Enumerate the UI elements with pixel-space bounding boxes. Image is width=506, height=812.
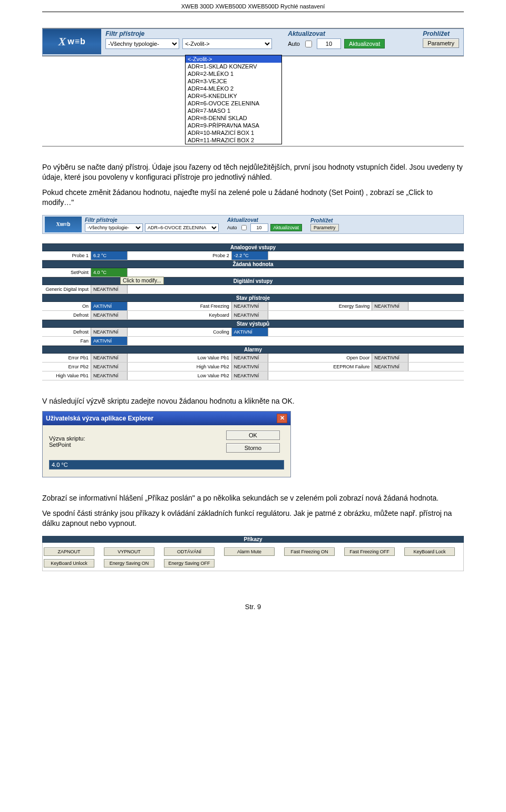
filter-toolbar: X w≡b Filtr přístroje -Všechny typologie… xyxy=(42,28,464,56)
prompt-label-2: SetPoint xyxy=(49,442,221,448)
screenshot-toolbar-dropdown: X w≡b Filtr přístroje -Všechny typologie… xyxy=(42,28,464,146)
close-icon[interactable]: ✕ xyxy=(277,414,287,423)
dropdown-selected-item[interactable]: <-Zvolit-> xyxy=(186,55,281,63)
typology-select[interactable]: -Všechny typologie- xyxy=(85,223,143,232)
alarm-row: High Value Pb1NEAKTIVNÍ Low Value Pb2NEA… xyxy=(42,371,464,380)
screenshot-commands: Příkazy ZAPNOUT VYPNOUT ODTÁVÁNÍ Alarm M… xyxy=(42,536,464,571)
parameters-button[interactable]: Parametry xyxy=(310,224,339,231)
header-underline xyxy=(42,12,464,12)
section-header-setpoint: Žádaná hodnota xyxy=(42,260,464,268)
update-button[interactable]: Aktualizovat xyxy=(270,224,303,231)
interval-input[interactable] xyxy=(250,223,268,232)
auto-checkbox[interactable] xyxy=(305,41,312,47)
screenshot-device-detail: Xw≡b Filtr přístroje -Všechny typologie-… xyxy=(42,215,464,380)
device-select[interactable]: <-Zvolit-> xyxy=(182,38,272,49)
status-row: OnAKTIVNÍ Fast FreezingNEAKTIVNÍ Energy … xyxy=(42,302,464,311)
analog-row: Probe 16.2 °C Probe 2-2.2 °C xyxy=(42,251,464,260)
setpoint-row: SetPoint4.0 °C xyxy=(42,268,464,277)
filter-label: Filtr přístroje xyxy=(105,30,279,37)
paragraph: Zobrazí se informativní hlášení „Příkaz … xyxy=(42,493,464,503)
dropdown-option[interactable]: ADR=11-MRAZICÍ BOX 2 xyxy=(186,136,281,144)
filter-group: Filtr přístroje -Všechny typologie- <-Zv… xyxy=(101,29,284,49)
view-label: Prohlížet xyxy=(423,30,459,37)
view-label: Prohlížet xyxy=(310,218,339,223)
dropdown-option[interactable]: ADR=10-MRAZICÍ BOX 1 xyxy=(186,129,281,136)
page-header: XWEB 300D XWEB500D XWEB500D Rychlé nasta… xyxy=(0,0,506,12)
dropdown-option[interactable]: ADR=5-KNEDLIKY xyxy=(186,92,281,100)
dropdown-option[interactable]: ADR=9-PŘÍPRAVNA MASA xyxy=(186,122,281,129)
probe2-value: -2.2 °C xyxy=(231,251,268,260)
explorer-prompt-dialog: Uživatelská výzva aplikace Explorer ✕ Vý… xyxy=(42,411,291,477)
commands-row-1: ZAPNOUT VYPNOUT ODTÁVÁNÍ Alarm Mute Fast… xyxy=(44,546,462,557)
cmd-keyboard-unlock[interactable]: KeyBoard Unlock xyxy=(44,559,94,568)
probe1-label: Probe 1 xyxy=(42,251,91,260)
cmd-keyboard-lock[interactable]: KeyBoard Lock xyxy=(404,547,455,556)
outputs-row: DefrostNEAKTIVNÍ CoolingAKTIVNÍ xyxy=(42,328,464,337)
filter-label: Filtr přístroje xyxy=(85,217,219,223)
section-header-analog: Analogové vstupy xyxy=(42,243,464,251)
alarm-row: Error Pb2NEAKTIVNÍ High Value Pb2NEAKTIV… xyxy=(42,363,464,371)
divider xyxy=(42,146,464,146)
xweb-logo: Xw≡b xyxy=(45,217,82,232)
auto-checkbox[interactable] xyxy=(241,225,247,230)
cmd-fast-freezing-on[interactable]: Fast Freezing ON xyxy=(284,547,335,556)
dropdown-option[interactable]: ADR=1-SKLAD KONZERV xyxy=(186,63,281,70)
interval-input[interactable] xyxy=(317,38,341,49)
dropdown-option[interactable]: ADR=3-VEJCE xyxy=(186,77,281,85)
update-group: Aktualizovat Auto Aktualizovat xyxy=(284,29,419,49)
section-header-digital: Digitální vstupy xyxy=(42,277,464,285)
cmd-alarm-mute[interactable]: Alarm Mute xyxy=(224,547,275,556)
mini-toolbar: Xw≡b Filtr přístroje -Všechny typologie-… xyxy=(42,215,464,234)
cmd-energy-saving-off[interactable]: Energy Saving OFF xyxy=(164,559,215,568)
logo-text: w≡b xyxy=(67,37,86,46)
dialog-titlebar: Uživatelská výzva aplikace Explorer ✕ xyxy=(43,412,290,425)
gdi-label: Generic Digital Input xyxy=(42,285,91,294)
cmd-zapnout[interactable]: ZAPNOUT xyxy=(44,547,94,556)
probe2-label: Probe 2 xyxy=(183,251,231,260)
parameters-button[interactable]: Parametry xyxy=(423,38,459,48)
alarm-row: Error Pb1NEAKTIVNÍ Low Value Pb1NEAKTIVN… xyxy=(42,354,464,363)
ok-button[interactable]: OK xyxy=(226,431,280,440)
section-header-alarms: Alarmy xyxy=(42,346,464,354)
dropdown-option[interactable]: ADR=7-MASO 1 xyxy=(186,107,281,114)
dropdown-option[interactable]: ADR=2-MLÉKO 1 xyxy=(186,70,281,77)
dialog-title: Uživatelská výzva aplikace Explorer xyxy=(46,415,153,422)
device-dropdown-list[interactable]: <-Zvolit-> ADR=1-SKLAD KONZERV ADR=2-MLÉ… xyxy=(185,55,282,144)
status-row: DefrostNEAKTIVNÍ KeyboardNEAKTIVNÍ xyxy=(42,311,464,320)
commands-header: Příkazy xyxy=(42,536,464,543)
cmd-vypnout[interactable]: VYPNOUT xyxy=(104,547,154,556)
section-header-outputs: Stav výstupů xyxy=(42,320,464,328)
cmd-odtavani[interactable]: ODTÁVÁNÍ xyxy=(164,547,215,556)
update-label: Aktualizovat xyxy=(227,217,302,223)
auto-label: Auto xyxy=(288,41,300,47)
xweb-logo: X w≡b xyxy=(43,29,101,54)
paragraph: Po výběru se načte daný přístroj. Údaje … xyxy=(42,162,464,182)
cmd-energy-saving-on[interactable]: Energy Saving ON xyxy=(104,559,154,568)
update-button[interactable]: Aktualizovat xyxy=(344,39,385,48)
cmd-fast-freezing-off[interactable]: Fast Freezing OFF xyxy=(344,547,395,556)
paragraph: V následující výzvě skriptu zadejte novo… xyxy=(42,396,464,406)
update-label: Aktualizovat xyxy=(288,30,414,37)
setpoint-input[interactable] xyxy=(49,460,284,469)
view-group: Prohlížet Parametry xyxy=(419,29,463,48)
digital-row: Generic Digital InputNEAKTIVNÍ xyxy=(42,285,464,294)
dropdown-option[interactable]: ADR=6-OVOCE ZELENINA xyxy=(186,100,281,107)
gdi-value: NEAKTIVNÍ xyxy=(91,285,128,294)
paragraph: Pokud chcete změnit žádanou hodnotu, naj… xyxy=(42,188,464,208)
commands-row-2: KeyBoard Unlock Energy Saving ON Energy … xyxy=(44,557,462,569)
dropdown-option[interactable]: ADR=4-MLÉKO 2 xyxy=(186,85,281,92)
logo-x-icon: X xyxy=(59,35,67,48)
paragraph: Ve spodní části stránky jsou příkazy k o… xyxy=(42,508,464,529)
typology-select[interactable]: -Všechny typologie- xyxy=(105,38,179,49)
dropdown-option[interactable]: ADR=8-DENNÍ SKLAD xyxy=(186,114,281,122)
outputs-row: FanAKTIVNÍ xyxy=(42,337,464,346)
device-select[interactable]: ADR=6-OVOCE ZELENINA xyxy=(145,223,219,232)
page-footer: Str. 9 xyxy=(0,603,506,627)
section-header-status: Stav přístroje xyxy=(42,294,464,302)
probe1-value: 6.2 °C xyxy=(91,251,128,260)
cancel-button[interactable]: Storno xyxy=(226,443,280,453)
prompt-label-1: Výzva skriptu: xyxy=(49,435,221,442)
setpoint-value[interactable]: 4.0 °C xyxy=(91,268,128,277)
tooltip-click-to-modify: Click to modify... xyxy=(120,277,164,285)
auto-label: Auto xyxy=(227,225,237,230)
